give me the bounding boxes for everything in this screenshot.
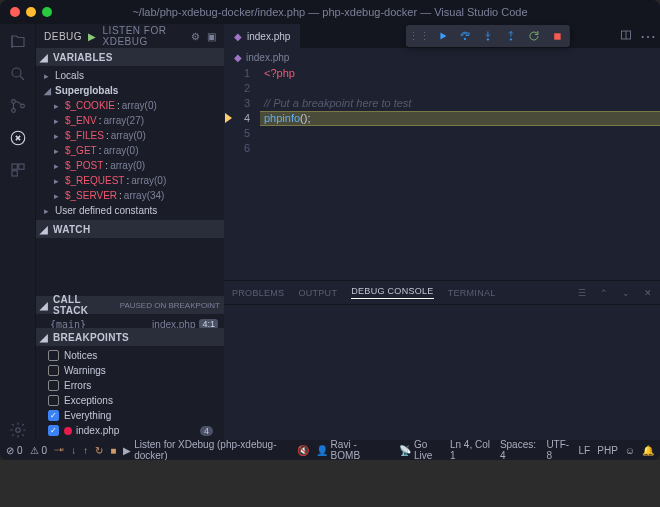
svg-rect-12	[554, 33, 560, 39]
watch-section: ◢Watch	[36, 220, 224, 296]
status-bar: ⊘ 0 ⚠ 0 ⭲ ↓ ↑ ↻ ■ ▶ Listen for XDebug (p…	[0, 440, 660, 460]
panel-tab[interactable]: DEBUG CONSOLE	[351, 286, 433, 299]
panel-filter-icon[interactable]: ☰	[578, 288, 586, 298]
status-spaces[interactable]: Spaces: 4	[500, 439, 540, 460]
status-debug-out-icon[interactable]: ↑	[83, 445, 88, 456]
editor-tab-label: index.php	[247, 31, 290, 42]
svg-point-3	[20, 104, 24, 108]
panel-tab[interactable]: PROBLEMS	[232, 288, 284, 298]
split-editor-icon[interactable]	[620, 27, 632, 45]
window-title: ~/lab/php-xdebug-docker/index.php — php-…	[0, 6, 660, 18]
close-window-button[interactable]	[10, 7, 20, 17]
panel-tab[interactable]: OUTPUT	[298, 288, 337, 298]
svg-point-0	[12, 68, 21, 77]
status-bell-icon[interactable]: 🔔	[642, 445, 654, 456]
svg-rect-7	[12, 171, 17, 176]
panel-close-icon[interactable]: ✕	[644, 288, 652, 298]
code-editor[interactable]: 1<?php23// Put a breakpoint here to test…	[224, 66, 660, 280]
status-lang[interactable]: PHP	[597, 445, 618, 456]
variable-row[interactable]: ▸$_GET: array(0)	[36, 143, 224, 158]
variable-row[interactable]: ▸$_COOKIE: array(0)	[36, 98, 224, 113]
svg-rect-5	[12, 164, 17, 169]
variables-header[interactable]: ◢Variables	[36, 48, 224, 66]
breakpoint-category[interactable]: Notices	[36, 348, 224, 363]
status-debug-restart-icon[interactable]: ↻	[95, 445, 103, 456]
debug-console-body[interactable]	[224, 305, 660, 440]
step-out-button[interactable]	[504, 29, 518, 43]
breadcrumb-file: index.php	[246, 52, 289, 63]
svg-point-11	[510, 39, 512, 41]
breadcrumbs[interactable]: ◆ index.php	[224, 48, 660, 66]
maximize-window-button[interactable]	[42, 7, 52, 17]
extensions-icon[interactable]	[8, 160, 28, 180]
callstack-header[interactable]: ◢Call Stack Paused on breakpoint	[36, 296, 224, 314]
variable-row[interactable]: ▸$_ENV: array(27)	[36, 113, 224, 128]
variable-row[interactable]: ▸$_SERVER: array(34)	[36, 188, 224, 203]
restart-button[interactable]	[527, 29, 541, 43]
breakpoints-section: ◢Breakpoints NoticesWarningsErrorsExcept…	[36, 328, 224, 440]
status-golive[interactable]: 📡 Go Live	[399, 439, 443, 460]
settings-gear-icon[interactable]	[8, 420, 28, 440]
breakpoint-category[interactable]: Warnings	[36, 363, 224, 378]
vscode-window: ~/lab/php-xdebug-docker/index.php — php-…	[0, 0, 660, 460]
status-debug-stop-icon[interactable]: ■	[110, 445, 116, 456]
superglobals-group[interactable]: ◢Superglobals	[36, 83, 224, 98]
svg-point-10	[487, 39, 489, 41]
editor-tab[interactable]: ◆ index.php	[224, 24, 301, 48]
editor-tabbar: ◆ index.php ⋮⋮ ⋯	[224, 24, 660, 48]
search-icon[interactable]	[8, 64, 28, 84]
panel-tabs: PROBLEMSOUTPUTDEBUG CONSOLETERMINAL ☰ ⌃ …	[224, 281, 660, 305]
panel-collapse-icon[interactable]: ⌃	[600, 288, 608, 298]
status-lncol[interactable]: Ln 4, Col 1	[450, 439, 493, 460]
debug-header: Debug ▶ Listen for XDebug ⚙ ▣	[36, 24, 224, 48]
debug-config-selector[interactable]: Listen for XDebug	[103, 25, 185, 47]
watch-header[interactable]: ◢Watch	[36, 220, 224, 238]
step-over-button[interactable]	[458, 29, 472, 43]
php-file-icon: ◆	[234, 31, 242, 42]
panel-maximize-icon[interactable]: ⌄	[622, 288, 630, 298]
start-debug-button[interactable]: ▶	[88, 31, 97, 42]
svg-point-1	[11, 100, 15, 104]
locals-group[interactable]: ▸Locals	[36, 68, 224, 83]
user-constants-group[interactable]: ▸User defined constants	[36, 203, 224, 218]
continue-button[interactable]	[435, 29, 449, 43]
status-user[interactable]: 👤 Ravi - BOMB	[316, 439, 381, 460]
debug-title: Debug	[44, 31, 82, 42]
explorer-icon[interactable]	[8, 32, 28, 52]
debug-config-gear-icon[interactable]: ⚙	[191, 31, 201, 42]
breakpoint-category[interactable]: Exceptions	[36, 393, 224, 408]
stop-button[interactable]	[550, 29, 564, 43]
status-mute-icon[interactable]: 🔇	[297, 445, 309, 456]
breakpoints-header[interactable]: ◢Breakpoints	[36, 328, 224, 346]
variable-row[interactable]: ▸$_POST: array(0)	[36, 158, 224, 173]
debug-icon[interactable]	[8, 128, 28, 148]
status-debug-step-icon[interactable]: ⭲	[54, 445, 64, 456]
panel-tab[interactable]: TERMINAL	[448, 288, 496, 298]
titlebar: ~/lab/php-xdebug-docker/index.php — php-…	[0, 0, 660, 24]
status-launch-config[interactable]: ▶ Listen for XDebug (php-xdebug-docker)	[123, 439, 289, 460]
svg-point-9	[464, 38, 466, 40]
status-debug-into-icon[interactable]: ↓	[71, 445, 76, 456]
variable-row[interactable]: ▸$_REQUEST: array(0)	[36, 173, 224, 188]
debug-console-toggle-icon[interactable]: ▣	[207, 31, 217, 42]
debug-sidebar: Debug ▶ Listen for XDebug ⚙ ▣ ◢Variables…	[36, 24, 224, 440]
step-into-button[interactable]	[481, 29, 495, 43]
status-encoding[interactable]: UTF-8	[546, 439, 571, 460]
status-warnings[interactable]: ⚠ 0	[30, 445, 48, 456]
breakpoint-category[interactable]: ✓Everything	[36, 408, 224, 423]
debug-toolbar: ⋮⋮	[406, 25, 570, 47]
status-errors[interactable]: ⊘ 0	[6, 445, 23, 456]
breakpoint-category[interactable]: Errors	[36, 378, 224, 393]
more-actions-icon[interactable]: ⋯	[640, 27, 656, 46]
editor-area: ◆ index.php ⋮⋮ ⋯ ◆	[224, 24, 660, 440]
status-eol[interactable]: LF	[579, 445, 591, 456]
variables-section: ◢Variables ▸Locals ◢Superglobals ▸$_COOK…	[36, 48, 224, 220]
variable-row[interactable]: ▸$_FILES: array(0)	[36, 128, 224, 143]
toolbar-grip-icon[interactable]: ⋮⋮	[412, 29, 426, 43]
status-feedback-icon[interactable]: ☺	[625, 445, 635, 456]
source-control-icon[interactable]	[8, 96, 28, 116]
breakpoint-file[interactable]: ✓index.php4	[36, 423, 224, 438]
window-controls	[0, 7, 52, 17]
minimize-window-button[interactable]	[26, 7, 36, 17]
activity-bar	[0, 24, 36, 440]
